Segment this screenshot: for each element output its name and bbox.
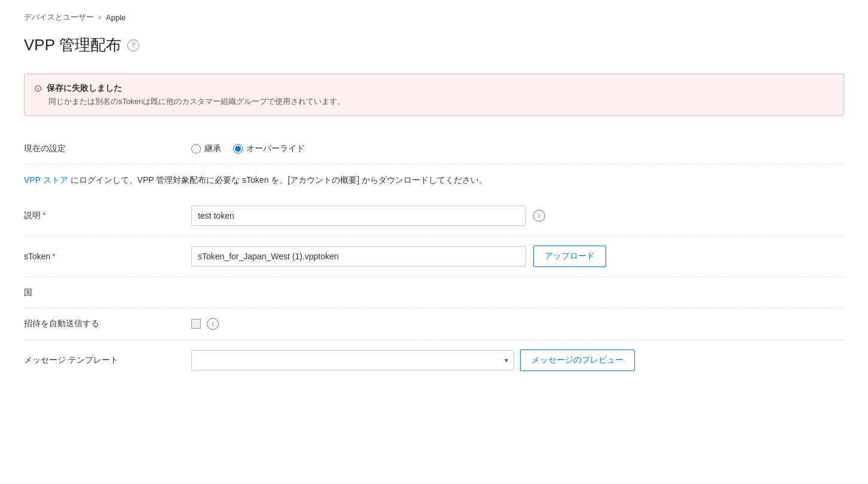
description-label: 説明* xyxy=(24,210,191,221)
radio-group: 継承 オーバーライド xyxy=(191,143,305,154)
message-template-row: メッセージ テンプレート メッセージのプレビュー xyxy=(24,340,844,381)
description-required: * xyxy=(42,210,45,220)
error-banner: ⊙ 保存に失敗しました 同じかまたは別名のsTokenは既に他のカスタマー組織グ… xyxy=(24,73,844,116)
breadcrumb-parent[interactable]: デバイスとユーザー xyxy=(24,12,94,23)
vpp-store-link[interactable]: VPP ストア xyxy=(24,175,68,185)
breadcrumb: デバイスとユーザー › Apple xyxy=(24,12,844,23)
stoken-controls: アップロード xyxy=(191,246,844,267)
radio-override-input[interactable] xyxy=(233,144,243,154)
radio-inherit-input[interactable] xyxy=(191,144,201,154)
description-row: 説明* i xyxy=(24,196,844,236)
stoken-label: sToken* xyxy=(24,252,191,261)
auto-invite-label: 招待を自動送信する xyxy=(24,318,191,329)
upload-button[interactable]: アップロード xyxy=(533,246,606,267)
stoken-row: sToken* アップロード xyxy=(24,236,844,277)
error-title: 保存に失敗しました xyxy=(47,83,122,94)
auto-invite-info-icon[interactable]: i xyxy=(207,318,219,330)
help-icon[interactable]: ? xyxy=(127,39,139,51)
message-template-label: メッセージ テンプレート xyxy=(24,355,191,366)
description-input[interactable] xyxy=(191,206,526,226)
breadcrumb-current: Apple xyxy=(106,13,126,22)
radio-inherit[interactable]: 継承 xyxy=(191,143,221,154)
current-setting-row: 現在の設定 継承 オーバーライド xyxy=(24,134,844,164)
vpp-info-row: VPP ストア にログインして、VPP 管理対象配布に必要な sToken を、… xyxy=(24,164,844,196)
error-message: 同じかまたは別名のsTokenは既に他のカスタマー組織グループで使用されています… xyxy=(34,96,834,107)
page-title-row: VPP 管理配布 ? xyxy=(24,35,844,56)
description-info-icon[interactable]: i xyxy=(533,210,545,222)
vpp-info-description: にログインして、VPP 管理対象配布に必要な sToken を、[アカウントの概… xyxy=(68,175,487,185)
auto-invite-row: 招待を自動送信する i xyxy=(24,308,844,340)
form-section: 現在の設定 継承 オーバーライド VPP ストア にログインして、VPP 管理対… xyxy=(24,134,844,381)
country-label: 国 xyxy=(24,287,191,298)
message-template-select[interactable] xyxy=(191,350,514,370)
stoken-required: * xyxy=(52,252,55,261)
preview-button[interactable]: メッセージのプレビュー xyxy=(520,350,635,371)
message-template-select-wrapper xyxy=(191,350,514,370)
auto-invite-controls: i xyxy=(191,318,844,330)
page-title: VPP 管理配布 xyxy=(24,35,121,56)
stoken-input[interactable] xyxy=(191,246,526,266)
error-icon: ⊙ xyxy=(34,82,42,94)
breadcrumb-separator: › xyxy=(99,13,101,22)
current-setting-controls: 継承 オーバーライド xyxy=(191,143,844,154)
description-controls: i xyxy=(191,206,844,226)
radio-override[interactable]: オーバーライド xyxy=(233,143,305,154)
radio-override-label: オーバーライド xyxy=(246,143,305,154)
message-template-controls: メッセージのプレビュー xyxy=(191,350,844,371)
auto-invite-checkbox[interactable] xyxy=(191,319,201,329)
radio-inherit-label: 継承 xyxy=(204,143,221,154)
current-setting-label: 現在の設定 xyxy=(24,143,191,154)
error-title-row: ⊙ 保存に失敗しました xyxy=(34,82,834,94)
country-row: 国 xyxy=(24,277,844,308)
